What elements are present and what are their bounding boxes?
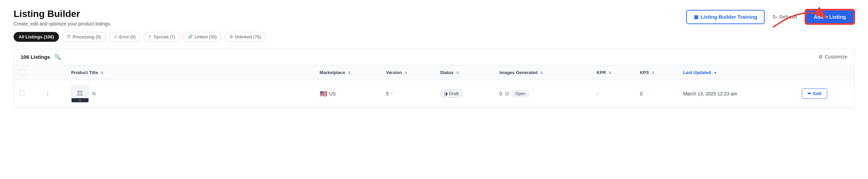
page-subtitle: Create, edit and optimize your product l…: [14, 21, 111, 26]
filter-tab-error[interactable]: ⚠ Error (0): [109, 32, 141, 42]
page-container: Listing Builder Create, edit and optimiz…: [0, 0, 868, 179]
images-cell: 0 🖼 Open: [499, 90, 586, 97]
table-header-row: Product Title ⇅ Marketplace ⇅ Version ⇅ …: [14, 65, 854, 80]
search-button[interactable]: 🔍: [54, 54, 61, 60]
row-marketplace-cell: 🇺🇸 US: [314, 80, 381, 107]
amazon-badge: a: [72, 98, 88, 102]
linked-icon: 🔗: [188, 34, 193, 39]
error-icon: ⚠: [114, 34, 118, 39]
synced-icon: ✓: [149, 34, 152, 39]
select-all-checkbox[interactable]: [19, 69, 25, 75]
open-badge: Open: [512, 90, 529, 97]
marketplace-cell: 🇺🇸 US: [320, 90, 375, 97]
last-updated-sort-icon: ▼: [714, 71, 717, 75]
row-actions-cell: ⋮: [40, 80, 65, 107]
th-edit: [796, 65, 854, 80]
row-menu-button[interactable]: ⋮: [45, 90, 51, 97]
th-version[interactable]: Version ⇅: [380, 65, 434, 80]
table-section: 106 Listings 🔍 ⚙ Customize Produc: [14, 49, 854, 108]
listings-table: Product Title ⇅ Marketplace ⇅ Version ⇅ …: [14, 65, 854, 108]
gear-icon: ⚙: [818, 54, 823, 59]
filter-tab-synced[interactable]: ✓ Synced (7): [143, 32, 180, 42]
table-toolbar: 106 Listings 🔍 ⚙ Customize: [14, 49, 854, 65]
training-button[interactable]: ▣ Listing Builder Training: [686, 10, 765, 24]
th-product-title[interactable]: Product Title ⇅: [66, 65, 314, 80]
th-kps[interactable]: KPS ⇅: [634, 65, 677, 80]
filter-tab-unlinked[interactable]: ⊘ Unlinked (76): [224, 32, 266, 42]
row-last-updated-cell: March 13, 2025 12:23 am: [678, 80, 797, 107]
row-checkbox[interactable]: [19, 90, 25, 96]
page-header: Listing Builder Create, edit and optimiz…: [14, 8, 854, 26]
search-icon: 🔍: [54, 54, 61, 60]
row-status-cell: ◑ Draft: [435, 80, 494, 107]
version-cell: 5 ⑂: [386, 91, 429, 96]
table-row: ⋮ 🖼 a ⧉: [14, 80, 854, 107]
half-circle-icon: ◑: [444, 91, 448, 96]
row-kpr-cell: -: [591, 80, 634, 107]
processing-icon: ⏱: [67, 34, 71, 39]
th-status[interactable]: Status ⇅: [435, 65, 494, 80]
row-kps-cell: 0: [634, 80, 677, 107]
monitor-icon: ▣: [694, 14, 698, 20]
add-listing-button[interactable]: Add a Listing: [805, 10, 854, 24]
marketplace-sort-icon: ⇅: [348, 71, 351, 75]
th-actions: [40, 65, 65, 80]
product-cell: 🖼 a ⧉: [71, 85, 309, 103]
images-icon: 🖼: [505, 91, 509, 96]
copy-icon: ⧉: [92, 91, 96, 96]
product-title-sort-icon: ⇅: [101, 71, 103, 75]
row-product-title-cell: 🖼 a ⧉: [66, 80, 314, 107]
row-checkbox-cell: [14, 80, 40, 107]
image-placeholder-icon: 🖼: [77, 90, 83, 97]
header-actions: ▣ Listing Builder Training ↻ Refresh Add…: [686, 10, 854, 24]
th-images-generated[interactable]: Images Generated ⇅: [494, 65, 591, 80]
images-sort-icon: ⇅: [540, 71, 543, 75]
listings-count: 106 Listings: [21, 54, 50, 60]
status-sort-icon: ⇅: [456, 71, 459, 75]
flag-icon: 🇺🇸: [320, 90, 327, 97]
version-sort-icon: ⇅: [405, 71, 407, 75]
unlinked-icon: ⊘: [230, 34, 233, 39]
header-left: Listing Builder Create, edit and optimiz…: [14, 8, 111, 26]
th-kpr[interactable]: KPR ⇅: [591, 65, 634, 80]
page-title: Listing Builder: [14, 8, 111, 20]
th-last-updated[interactable]: Last Updated ▼: [678, 65, 797, 80]
copy-button[interactable]: ⧉: [92, 91, 96, 96]
row-edit-cell: ✏ Edit: [796, 80, 854, 107]
customize-button[interactable]: ⚙ Customize: [818, 54, 847, 59]
filter-tab-all[interactable]: All Listings (106): [14, 32, 59, 42]
th-marketplace[interactable]: Marketplace ⇅: [314, 65, 381, 80]
branch-icon: ⑂: [390, 91, 393, 96]
refresh-button[interactable]: ↻ Refresh: [769, 11, 801, 23]
row-version-cell: 5 ⑂: [380, 80, 434, 107]
th-checkbox: [14, 65, 40, 80]
row-images-cell: 0 🖼 Open: [494, 80, 591, 107]
pencil-icon: ✏: [808, 91, 811, 96]
kps-sort-icon: ⇅: [652, 71, 654, 75]
table-toolbar-left: 106 Listings 🔍: [21, 54, 61, 60]
kpr-sort-icon: ⇅: [609, 71, 611, 75]
filter-tab-linked[interactable]: 🔗 Linked (30): [183, 32, 222, 42]
filter-tab-processing[interactable]: ⏱ Processing (0): [62, 32, 106, 42]
status-badge: ◑ Draft: [440, 89, 462, 98]
refresh-icon: ↻: [773, 14, 777, 20]
product-thumbnail: 🖼 a: [71, 85, 89, 103]
edit-button[interactable]: ✏ Edit: [802, 88, 827, 99]
filter-tabs: All Listings (106) ⏱ Processing (0) ⚠ Er…: [14, 32, 854, 42]
